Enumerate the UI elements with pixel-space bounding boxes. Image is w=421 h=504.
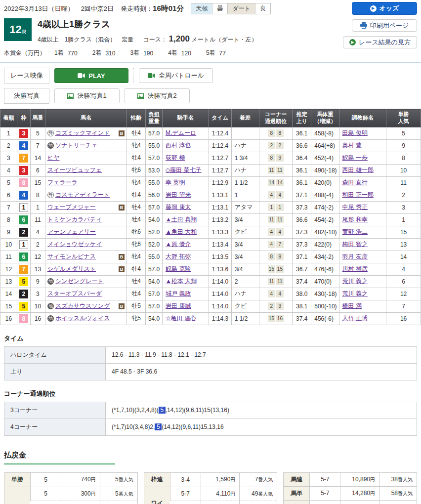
jockey-cell: ▲角田 大和 (163, 226, 209, 238)
horse-name-link[interactable]: シゲルメダリスト (47, 265, 96, 273)
horse-name-link[interactable]: コスモアディラート (55, 191, 110, 199)
play-button[interactable]: PLAY (54, 68, 128, 83)
horse-name-link[interactable]: スズカサウスソング (55, 302, 110, 310)
frame-cell: 8 (17, 312, 30, 325)
jockey-link[interactable]: 大野 拓弥 (166, 253, 191, 260)
bodyweight-cell: 470(0) (311, 275, 339, 288)
trainer-link[interactable]: 荒川 義之 (342, 278, 368, 285)
video-camera-icon (148, 73, 155, 78)
horse-cell: サイモンルピナスB (45, 251, 126, 263)
finish-cell: 12 (0, 263, 17, 275)
finish-cell: 4 (0, 164, 17, 176)
finish-photo1-button[interactable]: 決勝写真1 (54, 88, 120, 103)
time-cell: 1:13.1 (209, 189, 231, 201)
jockey-link[interactable]: ▲原 優介 (166, 241, 191, 248)
load-cell: 55.0 (146, 176, 163, 189)
amount-value: 4,110 (216, 490, 230, 497)
race-results-table: 着順 枠 馬番 馬名 性齢 負担 重量 騎手名 タイム 着差 コーナー 通過順位… (0, 109, 421, 325)
trainer-link[interactable]: 大竹 正博 (342, 315, 368, 322)
popularity: 5番人気 (100, 487, 137, 500)
odds-button-label: オッズ (379, 4, 399, 13)
race-number-suffix: R (22, 29, 26, 35)
horse-name-link[interactable]: スターオブスパーダ (47, 290, 102, 298)
finish-photo2-button[interactable]: 決勝写真2 (125, 88, 190, 103)
jockey-link[interactable]: ▲土田 真翔 (166, 216, 197, 223)
jockey-link[interactable]: 荻野 極 (166, 154, 185, 161)
horse-cell: アテンフェアリー (45, 226, 126, 238)
horse-name-link[interactable]: スイーツビュッフェ (47, 166, 102, 174)
jockey-link[interactable]: ◇藤田 菜七子 (166, 167, 202, 173)
odds-button[interactable]: ▶ オッズ (352, 2, 417, 15)
blinker-badge: B (119, 303, 125, 309)
bodyweight-cell: 452(-4) (311, 152, 339, 164)
trainer-link[interactable]: 中尾 秀正 (342, 204, 368, 210)
trainer-link[interactable]: 羽月 友彦 (342, 253, 368, 260)
horse-name-link[interactable]: コズミックマインド (55, 129, 110, 137)
popularity: 194番人気 (379, 500, 417, 504)
race-conditions: 4歳以上 1勝クラス（混合） 定量 コース： 1,200 メートル（ダート・左） (38, 34, 257, 44)
jockey-link[interactable]: ☆亀田 温心 (166, 315, 196, 322)
jockey-link[interactable]: 藤岡 康太 (166, 204, 191, 210)
trainer-link[interactable]: 川村 禎彦 (342, 265, 368, 272)
trainer-link[interactable]: 荒川 義之 (342, 290, 368, 297)
horse-name-link[interactable]: ホイッスルヴォイス (55, 314, 110, 323)
horse-cell: 地シンゼングレート (45, 275, 126, 288)
trainer-link[interactable]: 田島 俊明 (342, 129, 368, 136)
last-furlongs-label: 上り (4, 363, 106, 380)
sanrenpuku-label: 3連複 (284, 500, 309, 504)
agari-cell: 36.7 (293, 263, 311, 275)
pop-cell: 13 (386, 238, 421, 251)
finish-cell: 9 (0, 226, 17, 238)
jockey-link[interactable]: 岩田 望来 (166, 191, 191, 198)
jockey-link[interactable]: 岩田 康誠 (166, 302, 191, 309)
jockey-link[interactable]: ▲松本 大輝 (166, 278, 197, 285)
horse-name-link[interactable]: フェラーラ (47, 178, 78, 187)
amount: 14,280円 (340, 486, 379, 500)
furlong-time-value: 12.6 - 11.3 - 11.9 - 11.8 - 12.1 - 12.7 (106, 346, 417, 363)
horse-name-link[interactable]: ウェーブメジャー (47, 203, 96, 211)
jockey-link[interactable]: M.デムーロ (166, 129, 196, 136)
trainer-link[interactable]: 西田 雄一郎 (342, 167, 374, 173)
jockey-link[interactable]: ▲角田 大和 (166, 228, 197, 235)
trainer-cell: 川村 禎彦 (339, 263, 386, 275)
print-button[interactable]: 印刷用ページ (352, 19, 417, 32)
meeting-info: 2回中京2日 (81, 4, 114, 13)
horse-name-link[interactable]: トミケンカラパティ (47, 215, 102, 224)
corner-order-text: (*1,7,10)(3,2,4,8)( (112, 407, 159, 414)
horse-name-link[interactable]: サイモンルピナス (47, 252, 96, 261)
jockey-link[interactable]: 幸 英明 (166, 179, 185, 186)
start-time-label: 発走時刻： (121, 4, 153, 13)
trainer-link[interactable]: 尾形 和幸 (342, 216, 368, 223)
patrol-button-label: 全周パトロール (159, 71, 204, 80)
trainer-link[interactable]: 萱野 浩二 (342, 228, 368, 235)
payout-table-2: 枠連 3-4 1,590円 7番人気 ワイド 5-7 4,110円 49番人気 … (144, 472, 278, 504)
trainer-link[interactable]: 森田 直行 (342, 179, 368, 186)
frame-badge: 5 (19, 277, 28, 286)
jockey-link[interactable]: 西村 淳也 (166, 142, 191, 149)
result-guide-button[interactable]: ▶ レース結果の見方 (343, 36, 417, 48)
trainer-link[interactable]: 橋田 満 (342, 302, 362, 309)
jockey-link[interactable]: 鮫島 克駿 (166, 265, 191, 272)
patrol-video-button[interactable]: 全周パトロール (139, 68, 213, 83)
frame-cell: 2 (17, 288, 30, 300)
horse-name-link[interactable]: ヒヤ (47, 154, 60, 162)
jockey-link[interactable]: 城戸 義政 (166, 290, 191, 297)
horse-cell: スイーツビュッフェ (45, 164, 126, 176)
wide-label: ワイド (144, 487, 170, 504)
corner-cell: 44 (259, 189, 293, 201)
trainer-link[interactable]: 和田 正一郎 (342, 191, 374, 198)
horse-name-link[interactable]: ソナトリーチェ (55, 141, 98, 150)
frame-cell: 2 (17, 226, 30, 238)
corner3-order: (*1,7,10)(3,2,4,8)(5,14,12)(9,6,11)15(13… (106, 402, 417, 419)
printer-icon (360, 22, 367, 29)
frame-badge: 1 (19, 203, 28, 212)
frame-badge: 2 (19, 228, 28, 237)
trainer-link[interactable]: 梅田 智之 (342, 241, 368, 248)
trainer-link[interactable]: 鮫島 一歩 (342, 154, 368, 161)
yen-unit: 円 (230, 491, 235, 497)
trainer-link[interactable]: 奥村 豊 (342, 142, 362, 149)
bodyweight-cell: 434(-2) (311, 251, 339, 263)
horse-name-link[interactable]: アテンフェアリー (47, 228, 96, 236)
horse-name-link[interactable]: メイショウゼッケイ (47, 240, 102, 249)
horse-name-link[interactable]: シンゼングレート (55, 277, 104, 286)
